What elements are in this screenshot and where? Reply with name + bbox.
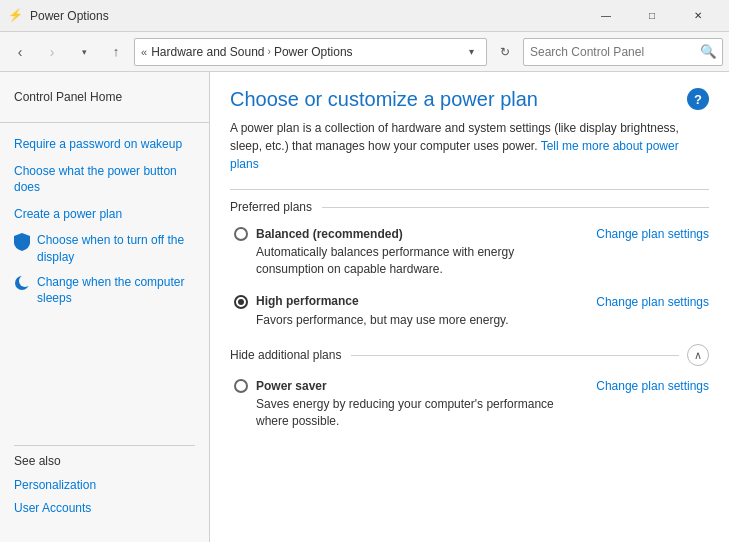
up-button[interactable]: ↑ [102, 38, 130, 66]
preferred-plans-line [322, 207, 709, 208]
back-button[interactable]: ‹ [6, 38, 34, 66]
page-description: A power plan is a collection of hardware… [230, 119, 709, 173]
titlebar: ⚡ Power Options — □ ✕ [0, 0, 729, 32]
sidebar-link-text-display: Choose when to turn off the display [37, 232, 195, 266]
plan-name-row-high-performance: High performance [234, 294, 580, 309]
page-title: Choose or customize a power plan [230, 88, 538, 111]
change-plan-power-saver[interactable]: Change plan settings [596, 379, 709, 393]
refresh-button[interactable]: ↻ [491, 38, 519, 66]
hide-section-line [351, 355, 679, 356]
plan-item-high-performance: High performance Favors performance, but… [230, 294, 709, 329]
breadcrumb-separator: › [268, 46, 271, 57]
sidebar: Control Panel Home Require a password on… [0, 72, 210, 542]
plan-info-balanced: Balanced (recommended) Automatically bal… [234, 226, 580, 278]
plan-desc-balanced: Automatically balances performance with … [234, 244, 580, 278]
sidebar-item-turn-off-display[interactable]: Choose when to turn off the display [0, 228, 209, 270]
window-controls: — □ ✕ [583, 0, 721, 32]
plan-item-balanced: Balanced (recommended) Automatically bal… [230, 226, 709, 278]
shield-icon [14, 233, 32, 251]
preferred-plans-title: Preferred plans [230, 200, 312, 214]
breadcrumb-hardware-sound[interactable]: Hardware and Sound [151, 45, 264, 59]
sidebar-personalization[interactable]: Personalization [14, 474, 195, 497]
minimize-button[interactable]: — [583, 0, 629, 32]
breadcrumb-current[interactable]: Power Options [274, 45, 353, 59]
plan-item-power-saver: Power saver Saves energy by reducing you… [230, 378, 709, 430]
radio-power-saver[interactable] [234, 379, 248, 393]
close-button[interactable]: ✕ [675, 0, 721, 32]
plan-name-high-performance: High performance [256, 294, 359, 308]
window-icon: ⚡ [8, 8, 24, 24]
address-path[interactable]: « Hardware and Sound › Power Options ▾ [134, 38, 487, 66]
help-button[interactable]: ? [687, 88, 709, 110]
plan-name-balanced: Balanced (recommended) [256, 227, 403, 241]
sidebar-item-power-button[interactable]: Choose what the power button does [0, 158, 209, 202]
see-also-section: See also Personalization User Accounts [0, 427, 209, 530]
content-divider [230, 189, 709, 190]
plan-info-high-performance: High performance Favors performance, but… [234, 294, 580, 329]
search-button[interactable]: 🔍 [694, 38, 722, 66]
window-title: Power Options [30, 9, 583, 23]
preferred-plans-header: Preferred plans [230, 200, 709, 214]
addressbar: ‹ › ▾ ↑ « Hardware and Sound › Power Opt… [0, 32, 729, 72]
sidebar-item-computer-sleeps[interactable]: Change when the computer sleeps [0, 270, 209, 312]
sidebar-user-accounts[interactable]: User Accounts [14, 497, 195, 520]
collapse-additional-button[interactable]: ∧ [687, 344, 709, 366]
sidebar-control-panel-home[interactable]: Control Panel Home [0, 84, 209, 114]
sidebar-item-create-plan[interactable]: Create a power plan [0, 201, 209, 228]
forward-button[interactable]: › [38, 38, 66, 66]
breadcrumb-prefix: « [141, 46, 147, 58]
sidebar-divider-1 [0, 122, 209, 123]
hide-additional-header: Hide additional plans ∧ [230, 344, 709, 366]
plan-desc-power-saver: Saves energy by reducing your computer's… [234, 396, 580, 430]
content-area: Choose or customize a power plan ? A pow… [210, 72, 729, 542]
recent-locations-button[interactable]: ▾ [70, 38, 98, 66]
sidebar-link-text-sleeps: Change when the computer sleeps [37, 274, 195, 308]
plan-info-power-saver: Power saver Saves energy by reducing you… [234, 378, 580, 430]
search-input[interactable] [524, 39, 694, 65]
maximize-button[interactable]: □ [629, 0, 675, 32]
breadcrumb-dropdown-button[interactable]: ▾ [462, 38, 480, 66]
plan-name-row-balanced: Balanced (recommended) [234, 226, 580, 241]
plan-name-row-power-saver: Power saver [234, 378, 580, 393]
sidebar-divider-2 [14, 445, 195, 446]
search-box: 🔍 [523, 38, 723, 66]
change-plan-high-performance[interactable]: Change plan settings [596, 295, 709, 309]
change-plan-balanced[interactable]: Change plan settings [596, 227, 709, 241]
moon-icon [14, 275, 32, 293]
hide-additional-title: Hide additional plans [230, 348, 341, 362]
plan-name-power-saver: Power saver [256, 379, 327, 393]
sidebar-item-require-password[interactable]: Require a password on wakeup [0, 131, 209, 158]
plan-desc-high-performance: Favors performance, but may use more ene… [234, 312, 580, 329]
radio-balanced[interactable] [234, 227, 248, 241]
sidebar-main: Control Panel Home Require a password on… [0, 84, 209, 427]
main-container: Control Panel Home Require a password on… [0, 72, 729, 542]
radio-high-performance[interactable] [234, 295, 248, 309]
see-also-title: See also [14, 454, 195, 468]
